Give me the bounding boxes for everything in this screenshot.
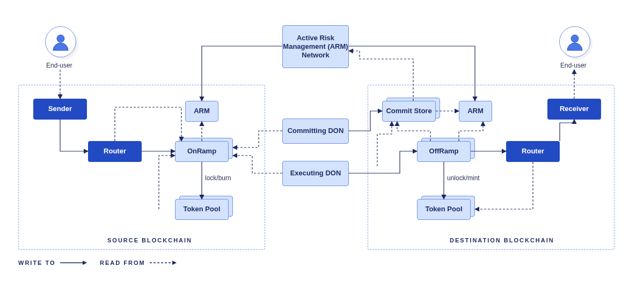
executing-don-node: Executing DON	[282, 161, 349, 186]
svg-point-1	[571, 35, 579, 42]
destination-blockchain-label: DESTINATION BLOCKCHAIN	[450, 237, 554, 243]
committing-don-node: Committing DON	[282, 119, 349, 144]
dest-tokenpool-node: Token Pool	[417, 199, 471, 220]
receiver-node-label: Receiver	[560, 105, 589, 113]
dest-arm-node: ARM	[459, 101, 492, 122]
offramp-node: OffRamp	[417, 141, 471, 162]
source-router-node: Router	[88, 141, 142, 162]
unlockmint-label: unlock/mint	[447, 174, 480, 182]
arm-network-node-label: Active Risk Management (ARM) Network	[283, 34, 348, 60]
person-icon	[50, 31, 71, 53]
source-tokenpool-node: Token Pool	[175, 199, 229, 220]
executing-don-node-label: Executing DON	[290, 169, 341, 178]
source-router-node-label: Router	[104, 147, 126, 156]
dest-router-node-label: Router	[522, 147, 544, 156]
commit-store-node: Commit Store	[382, 101, 436, 122]
legend-write-label: WRITE TO	[18, 260, 56, 266]
lockburn-label: lock/burn	[205, 174, 231, 182]
onramp-node-label: OnRamp	[187, 147, 216, 156]
legend-read-label: READ FROM	[100, 260, 145, 266]
dashed-arrow-icon	[150, 260, 177, 265]
committing-don-node-label: Committing DON	[288, 127, 344, 135]
dest-router-node: Router	[506, 141, 560, 162]
commit-store-node-label: Commit Store	[386, 107, 431, 115]
arm-network-node: Active Risk Management (ARM) Network	[282, 25, 349, 68]
person-icon	[564, 31, 586, 53]
end-user-left-icon	[45, 26, 76, 57]
end-user-right-label: End-user	[560, 62, 587, 69]
source-blockchain-label: SOURCE BLOCKCHAIN	[107, 237, 192, 243]
sender-node: Sender	[33, 99, 87, 120]
legend-write: WRITE TO	[18, 260, 87, 266]
source-arm-node-label: ARM	[194, 107, 210, 115]
end-user-left-label: End-user	[46, 62, 72, 69]
svg-point-0	[57, 35, 64, 42]
source-tokenpool-node-label: Token Pool	[183, 205, 220, 213]
arrow-icon	[60, 260, 87, 265]
dest-tokenpool-node-label: Token Pool	[425, 205, 462, 213]
svg-marker-3	[83, 261, 87, 265]
dest-arm-node-label: ARM	[467, 107, 484, 115]
sender-node-label: Sender	[48, 105, 72, 113]
end-user-right-icon	[559, 26, 590, 57]
source-arm-node: ARM	[185, 101, 218, 122]
svg-marker-5	[172, 261, 177, 265]
legend-read: READ FROM	[100, 260, 177, 266]
offramp-node-label: OffRamp	[429, 147, 459, 156]
receiver-node: Receiver	[547, 99, 601, 120]
onramp-node: OnRamp	[175, 141, 229, 162]
